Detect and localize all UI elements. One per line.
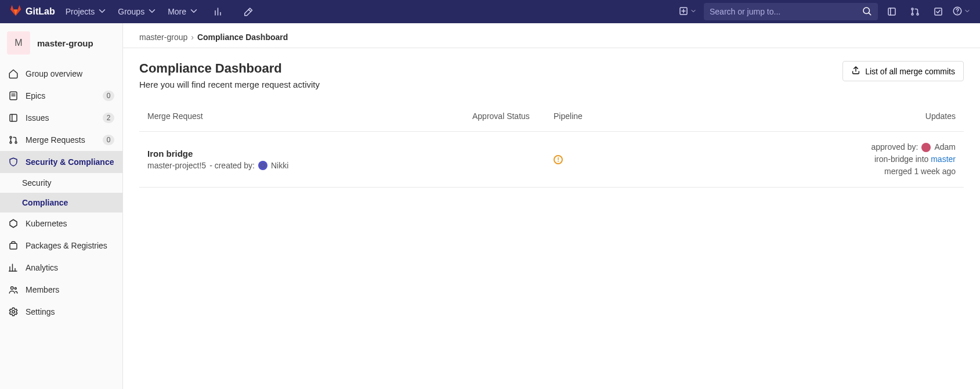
search-input[interactable]: [710, 7, 862, 16]
sidebar-item-packages[interactable]: Packages & Registries: [0, 235, 122, 257]
sidebar-sub-security[interactable]: Security: [0, 173, 122, 193]
gear-icon: [8, 307, 19, 317]
svg-point-33: [261, 164, 265, 168]
sidebar-item-security[interactable]: Security & Compliance: [0, 151, 122, 173]
nav-groups[interactable]: Groups: [118, 6, 157, 18]
epic-icon: [8, 91, 19, 101]
nav-activity-icon[interactable]: [209, 2, 228, 21]
tanuki-icon: [9, 4, 22, 19]
svg-line-7: [869, 13, 870, 15]
count-badge: 2: [103, 113, 114, 123]
breadcrumb: master-group › Compliance Dashboard: [123, 23, 980, 48]
table-header: Merge Request Approval Status Pipeline U…: [139, 101, 964, 132]
kubernetes-icon: [8, 218, 19, 229]
merge-branch-info: iron-bridge into master: [871, 153, 956, 165]
group-avatar: M: [7, 31, 30, 55]
sidebar-item-analytics[interactable]: Analytics: [0, 257, 122, 279]
approved-by: approved by: Adam: [871, 141, 956, 153]
package-icon: [8, 240, 19, 251]
nav-help-dropdown[interactable]: [952, 6, 971, 18]
help-icon: [952, 6, 963, 18]
chevron-down-icon: [97, 6, 107, 18]
sidebar-item-merge-requests[interactable]: Merge Requests 0: [0, 129, 122, 151]
home-icon: [8, 69, 19, 79]
plus-icon: [678, 6, 689, 18]
svg-point-32: [12, 311, 15, 314]
sidebar-item-kubernetes[interactable]: Kubernetes: [0, 212, 122, 235]
chevron-right-icon: ›: [191, 33, 194, 42]
sidebar-item-settings[interactable]: Settings: [0, 301, 122, 323]
svg-point-31: [15, 287, 16, 289]
header-merge-request: Merge Request: [147, 111, 472, 121]
gitlab-logo[interactable]: GitLab: [9, 4, 55, 19]
sidebar-item-overview[interactable]: Group overview: [0, 63, 122, 85]
mr-title[interactable]: Iron bridge: [147, 149, 472, 159]
merged-time: merged 1 week ago: [871, 165, 956, 178]
export-commits-button[interactable]: List of all merge commits: [842, 61, 964, 81]
breadcrumb-root[interactable]: master-group: [139, 33, 187, 42]
top-navbar: GitLab Projects Groups More: [0, 0, 980, 23]
count-badge: 0: [103, 91, 114, 101]
global-search[interactable]: [704, 3, 878, 20]
approver-name[interactable]: Adam: [934, 141, 956, 153]
shield-icon: [8, 157, 19, 167]
issue-icon: [8, 113, 19, 123]
search-icon: [862, 6, 872, 18]
group-name: master-group: [37, 38, 93, 48]
creator-name[interactable]: Nikki: [271, 161, 288, 170]
sidebar-item-members[interactable]: Members: [0, 279, 122, 301]
page-description: Here you will find recent merge request …: [139, 80, 320, 89]
main-content: master-group › Compliance Dashboard Comp…: [123, 23, 980, 389]
avatar: [921, 143, 931, 152]
svg-point-30: [11, 287, 14, 290]
nav-more[interactable]: More: [168, 6, 199, 18]
table-row[interactable]: Iron bridge master-project!5 - created b…: [139, 132, 964, 188]
compliance-table: Merge Request Approval Status Pipeline U…: [123, 94, 980, 188]
svg-marker-24: [10, 219, 17, 228]
svg-rect-13: [935, 8, 942, 15]
chevron-down-icon: [147, 6, 157, 18]
users-icon: [8, 284, 19, 295]
brand-text: GitLab: [26, 6, 55, 17]
header-updates: Updates: [925, 111, 956, 121]
pipeline-warning-icon[interactable]: !: [554, 155, 563, 164]
count-badge: 0: [103, 135, 114, 145]
sidebar: M master-group Group overview Epics 0 Is…: [0, 23, 123, 389]
nav-issue-icon[interactable]: [883, 2, 901, 21]
page-title: Compliance Dashboard: [139, 61, 320, 76]
nav-merge-request-icon[interactable]: [906, 2, 924, 21]
header-approval: Approval Status: [472, 111, 554, 121]
sidebar-item-issues[interactable]: Issues 2: [0, 107, 122, 129]
nav-projects[interactable]: Projects: [66, 6, 108, 18]
chart-icon: [8, 262, 19, 273]
upload-icon: [851, 66, 860, 77]
svg-rect-19: [10, 114, 17, 121]
svg-rect-8: [888, 8, 895, 15]
merge-request-icon: [8, 135, 19, 145]
nav-admin-icon[interactable]: [238, 2, 257, 21]
sidebar-item-epics[interactable]: Epics 0: [0, 85, 122, 107]
avatar: [258, 161, 267, 170]
chevron-down-icon: [189, 6, 199, 18]
nav-todo-icon[interactable]: [929, 2, 948, 21]
mr-meta: master-project!5 - created by: Nikki: [147, 161, 472, 170]
header-pipeline: Pipeline: [554, 111, 623, 121]
breadcrumb-current: Compliance Dashboard: [197, 33, 288, 42]
nav-new-dropdown[interactable]: [676, 6, 699, 18]
chevron-down-icon: [690, 7, 697, 16]
sidebar-sub-compliance[interactable]: Compliance: [0, 193, 122, 212]
svg-rect-25: [10, 243, 17, 249]
group-header[interactable]: M master-group: [0, 23, 122, 63]
chevron-down-icon: [964, 7, 971, 16]
target-branch-link[interactable]: master: [931, 154, 956, 164]
